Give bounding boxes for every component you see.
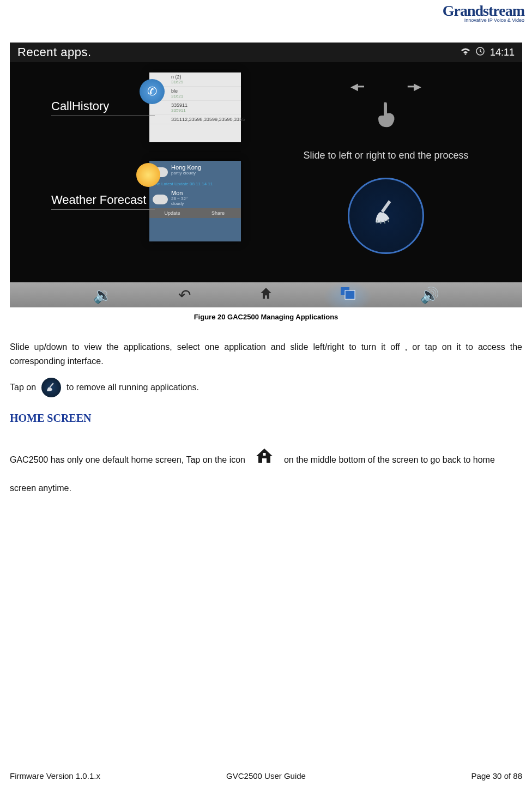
recent-apps-icon [340, 287, 356, 304]
device-screenshot: Recent apps. 14:11 CallHistory ✆ n (2)31… [10, 43, 522, 307]
weather-cond: partly cloudy [171, 171, 201, 175]
bottom-nav: 🔉 ↶ 🔊 [10, 282, 522, 307]
volume-down-icon: 🔉 [93, 287, 112, 304]
svg-rect-3 [263, 453, 266, 456]
weather-update: The Latest Update 08 11 14 11 [149, 180, 241, 187]
app-card-weather[interactable]: Weather Forecast Hong Kong partly cloudy… [51, 161, 241, 241]
weather-share-btn[interactable]: Share [195, 208, 241, 218]
home-inline-icon [255, 440, 274, 476]
arrow-left-icon: ◀━ [350, 81, 364, 93]
weather-daycond: cloudy [171, 201, 188, 206]
brand-logo: Grandstream Innovative IP Voice & Video [443, 3, 524, 23]
status-bar: Recent apps. 14:11 [10, 43, 522, 62]
nav-volume-up[interactable]: 🔊 [389, 286, 470, 304]
inline-clear-icon [41, 378, 61, 397]
section-heading: HOME SCREEN [10, 412, 91, 425]
weather-range: 28 ~ 32° [171, 196, 188, 201]
recent-apps-list: CallHistory ✆ n (2)31629 ble31621 335911… [51, 72, 241, 260]
arrow-right-icon: ━▶ [408, 81, 421, 93]
nav-home[interactable] [225, 286, 307, 305]
broom-icon [369, 196, 403, 236]
figure-caption: Figure 20 GAC2500 Managing Applications [0, 313, 532, 321]
weather-city: Hong Kong [171, 164, 201, 171]
clear-all-button[interactable] [348, 178, 424, 254]
tap-instruction: Tap on to remove all running application… [10, 378, 522, 397]
tap-after: to remove all running applications. [66, 380, 199, 395]
paragraph-1: Slide up/down to view the applications, … [10, 340, 522, 369]
nav-recent[interactable] [307, 286, 389, 304]
cloud-icon [153, 195, 168, 204]
home-icon [258, 287, 274, 304]
status-time: 14:11 [490, 47, 515, 58]
app-thumbnail: ✆ n (2)31629 ble31621 335911335911 33111… [149, 72, 241, 142]
clock-icon [476, 47, 485, 58]
sun-icon [136, 163, 160, 187]
tap-before: Tap on [10, 380, 36, 395]
weather-day: Mon [171, 190, 188, 196]
app-label: CallHistory [51, 99, 155, 116]
footer-center: GVC2500 User Guide [10, 771, 522, 780]
wifi-icon [461, 47, 470, 58]
home-before: GAC2500 has only one default home screen… [10, 455, 245, 464]
page-footer: Firmware Version 1.0.1.x GVC2500 User Gu… [10, 771, 522, 780]
swipe-hint-text: Slide to left or right to end the proces… [271, 150, 500, 161]
back-icon: ↶ [178, 287, 191, 304]
svg-rect-2 [345, 290, 355, 299]
hand-swipe-icon [271, 97, 500, 136]
status-title: Recent apps. [17, 45, 92, 59]
weather-update-btn[interactable]: Update [149, 208, 195, 218]
body-paragraph: Slide up/down to view the applications, … [10, 340, 522, 397]
app-card-callhistory[interactable]: CallHistory ✆ n (2)31629 ble31621 335911… [51, 72, 241, 142]
home-paragraph: GAC2500 has only one default home screen… [10, 443, 522, 498]
swipe-hint-area: ◀━ ━▶ Slide to left or right to end the … [271, 81, 500, 254]
nav-volume-down[interactable]: 🔉 [62, 286, 143, 304]
nav-back[interactable]: ↶ [143, 286, 225, 304]
app-thumbnail: Hong Kong partly cloudy The Latest Updat… [149, 161, 241, 241]
logo-text: Grandstream [443, 3, 524, 19]
app-label: Weather Forecast [51, 193, 155, 210]
volume-up-icon: 🔊 [420, 287, 439, 304]
status-right: 14:11 [461, 47, 515, 58]
